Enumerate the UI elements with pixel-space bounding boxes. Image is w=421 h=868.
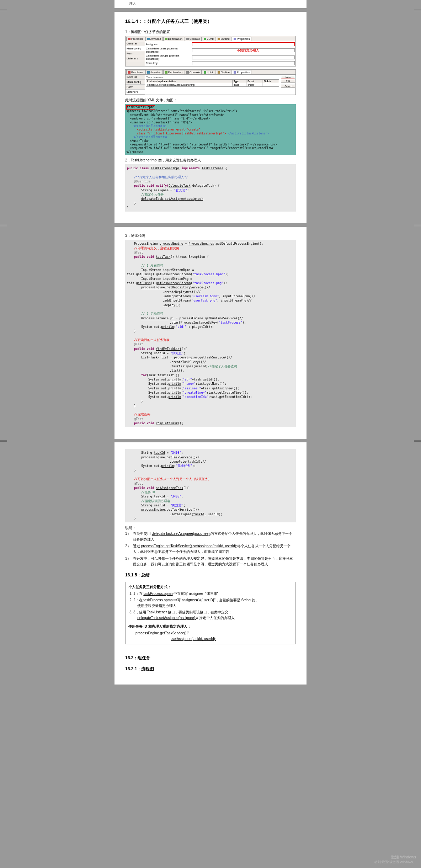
tab-javadoc[interactable]: Javadoc	[145, 37, 163, 41]
input-assignee[interactable]	[192, 42, 295, 46]
outline-icon	[218, 38, 220, 40]
code-test-cont: String taskId = "3408"; processEngine.ge…	[125, 449, 296, 522]
input-candgroups[interactable]	[192, 55, 295, 59]
tab2-junit[interactable]: JUnit	[202, 70, 215, 74]
problems-icon	[128, 38, 130, 40]
td-impl: cn.itcast.k.personalTask02.taskListenerI…	[146, 83, 233, 87]
props-icon	[234, 71, 236, 74]
sum-3: 3，使用 TaskListener 接口，要使类实现该接口，在类中定义： del…	[133, 609, 293, 621]
heading-162: 16.2：组任务	[125, 655, 296, 661]
side2-mainconfig[interactable]: Main config	[126, 80, 145, 85]
javadoc-icon	[147, 38, 150, 40]
problems-icon	[128, 71, 130, 74]
tab-declaration[interactable]: Declaration	[163, 37, 184, 41]
console-icon	[186, 38, 189, 40]
td-fields	[262, 83, 279, 87]
tab2-props[interactable]: Properties	[232, 70, 251, 74]
javadoc-icon	[147, 71, 150, 74]
lbl-assignee: Assignee:	[146, 43, 192, 46]
listeners-title: Task listeners	[146, 75, 279, 79]
expl-head: 说明：	[125, 525, 296, 531]
heading-1621: 16.2.1：流程图	[125, 666, 296, 672]
tab2-problems[interactable]: Problems	[126, 70, 145, 74]
sub-2: 2：TaskListenerImpl 类，用来设置任务的办理人	[125, 158, 296, 163]
console-icon	[186, 71, 189, 74]
lbl-formkey: Form key:	[146, 62, 192, 65]
heading-1614: 16.1.4：：分配个人任务方式三（使用类）	[125, 18, 296, 25]
tab-console[interactable]: Console	[185, 37, 202, 41]
sub-1: 1：流程图中任务节点的配置	[125, 30, 296, 34]
lbl-candgroups: Candidate groups (comma separated):	[146, 54, 192, 60]
red-note: 不要指定办理人	[237, 48, 259, 53]
btn-edit[interactable]: Edit	[281, 80, 295, 83]
eclipse-props-2: Problems Javadoc Declaration Console JUn…	[125, 69, 296, 95]
side-form[interactable]: Form	[126, 51, 145, 56]
tab2-console[interactable]: Console	[185, 70, 202, 74]
sum-1: 1：在 taskProcess.bpmn 中直接写 assignee="张三丰"	[133, 591, 293, 597]
td-type: class	[232, 83, 246, 87]
tab-outline[interactable]: Outline	[216, 37, 231, 41]
th-event: Event	[246, 80, 262, 83]
heading-1615: 16.1.5：总结	[125, 572, 296, 578]
props-icon	[234, 38, 236, 40]
sub-3: 3：测试代码	[125, 233, 296, 238]
listeners-table: Listener implementationTypeEventFields c…	[146, 79, 279, 87]
side2-general[interactable]: General	[126, 75, 145, 80]
frag-top: 理人	[125, 1, 296, 6]
th-impl: Listener implementation	[146, 80, 233, 83]
sum-2: 2：在 taskProcess.bpmn 中写 assignee="#{user…	[133, 597, 293, 609]
eclipse-props-1: Problems Javadoc Declaration Console JUn…	[125, 36, 296, 66]
outline-icon	[218, 71, 220, 74]
decl-icon	[165, 38, 167, 40]
xml-block: taskProcess.bpmn <process id="taskProces…	[125, 104, 296, 155]
tab2-decl[interactable]: Declaration	[163, 70, 184, 74]
code-tasklistener: public class TaskListenerImpl implements…	[125, 164, 296, 212]
sum-title: 个人任务及三种分配方式：	[128, 584, 293, 590]
side-general[interactable]: General	[126, 41, 145, 46]
input-formkey[interactable]	[192, 61, 295, 65]
code-test: ProcessEngine processEngine = ProcessEng…	[125, 240, 296, 427]
decl-icon	[165, 71, 167, 74]
tab2-javadoc[interactable]: Javadoc	[145, 70, 163, 74]
th-type: Type	[232, 80, 246, 83]
tab-junit[interactable]: JUnit	[202, 37, 215, 41]
explanation: 说明： 1）在类中使用 delegateTask.setAssignee(ass…	[125, 525, 296, 567]
lbl-candusers: Candidate users (comma separated):	[146, 47, 192, 53]
tab-problems[interactable]: Problems	[126, 37, 145, 41]
xml-caption: 此时流程图的 XML 文件，如图：	[125, 98, 296, 103]
side2-listeners[interactable]: Listeners	[126, 90, 145, 95]
th-fields: Fields	[262, 80, 279, 83]
side-mainconfig[interactable]: Main config	[126, 46, 145, 51]
summary-box: 个人任务及三种分配方式： 1：在 taskProcess.bpmn 中直接写 a…	[125, 582, 296, 644]
junit-icon	[204, 71, 206, 74]
td-event: create	[246, 83, 262, 87]
side2-form[interactable]: Form	[126, 85, 145, 90]
btn-new[interactable]: New	[281, 76, 295, 79]
btn-select[interactable]: Select	[281, 85, 295, 88]
side-listeners[interactable]: Listeners	[126, 56, 145, 61]
tab2-outline[interactable]: Outline	[216, 70, 231, 74]
junit-icon	[204, 38, 206, 40]
tab-properties[interactable]: Properties	[232, 37, 251, 41]
sum-title2: 使用任务 ID 和办理人重新指定办理人：	[128, 624, 293, 629]
